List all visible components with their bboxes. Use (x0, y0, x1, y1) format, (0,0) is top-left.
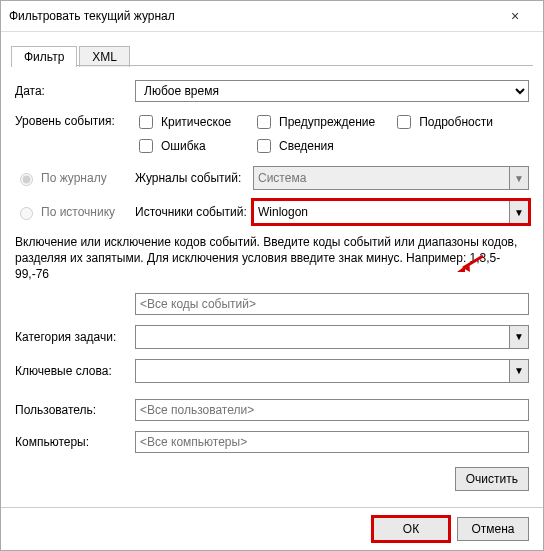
clear-button[interactable]: Очистить (455, 467, 529, 491)
row-source: По источнику Источники событий: Winlogon… (15, 200, 529, 224)
category-select[interactable]: ▼ (135, 325, 529, 349)
label-computers: Компьютеры: (15, 435, 135, 449)
sources-value: Winlogon (258, 205, 308, 219)
clear-button-row: Очистить (15, 463, 529, 491)
ok-button[interactable]: ОК (373, 517, 449, 541)
journals-value: Система (258, 171, 306, 185)
label-category: Категория задачи: (15, 330, 135, 344)
dialog-buttons: ОК Отмена (1, 507, 543, 550)
row-date: Дата: Любое время (15, 80, 529, 102)
chk-error[interactable]: Ошибка (135, 136, 235, 156)
row-level: Уровень события: Критическое Предупрежде… (15, 112, 529, 156)
dialog-window: Фильтровать текущий журнал × Фильтр XML … (0, 0, 544, 551)
filter-panel: Дата: Любое время Уровень события: Крити… (1, 66, 543, 491)
cancel-button[interactable]: Отмена (457, 517, 529, 541)
tab-xml[interactable]: XML (79, 46, 130, 67)
radio-by-journal[interactable]: По журналу (15, 170, 135, 186)
chevron-down-icon[interactable]: ▼ (509, 326, 528, 348)
date-select[interactable]: Любое время (135, 80, 529, 102)
titlebar: Фильтровать текущий журнал × (1, 1, 543, 32)
radio-by-source[interactable]: По источнику (15, 204, 135, 220)
label-journals: Журналы событий: (135, 171, 253, 185)
row-category: Категория задачи: ▼ (15, 325, 529, 349)
codes-description: Включение или исключение кодов событий. … (15, 234, 529, 283)
chevron-down-icon: ▼ (509, 167, 528, 189)
row-user: Пользователь: (15, 399, 529, 421)
computers-input[interactable] (135, 431, 529, 453)
keywords-select[interactable]: ▼ (135, 359, 529, 383)
close-icon[interactable]: × (495, 8, 535, 24)
sources-select[interactable]: Winlogon ▼ (253, 200, 529, 224)
event-codes-input[interactable] (135, 293, 529, 315)
label-level: Уровень события: (15, 112, 135, 128)
label-user: Пользователь: (15, 403, 135, 417)
chk-warning[interactable]: Предупреждение (253, 112, 375, 132)
chevron-down-icon[interactable]: ▼ (509, 360, 528, 382)
level-checks: Критическое Предупреждение Подробности О… (135, 112, 529, 156)
content-area: Фильтр XML Дата: Любое время Уровень соб… (1, 32, 543, 550)
row-codes (15, 293, 529, 315)
row-journal: По журналу Журналы событий: Система ▼ (15, 166, 529, 190)
journals-select: Система ▼ (253, 166, 529, 190)
chk-info[interactable]: Сведения (253, 136, 353, 156)
chk-critical[interactable]: Критическое (135, 112, 235, 132)
user-input[interactable] (135, 399, 529, 421)
window-title: Фильтровать текущий журнал (9, 9, 495, 23)
chevron-down-icon[interactable]: ▼ (509, 201, 528, 223)
label-keywords: Ключевые слова: (15, 364, 135, 378)
label-sources: Источники событий: (135, 205, 253, 219)
tab-strip: Фильтр XML (1, 32, 543, 66)
chk-verbose[interactable]: Подробности (393, 112, 493, 132)
tab-filter[interactable]: Фильтр (11, 46, 77, 67)
row-keywords: Ключевые слова: ▼ (15, 359, 529, 383)
label-date: Дата: (15, 84, 135, 98)
row-computers: Компьютеры: (15, 431, 529, 453)
